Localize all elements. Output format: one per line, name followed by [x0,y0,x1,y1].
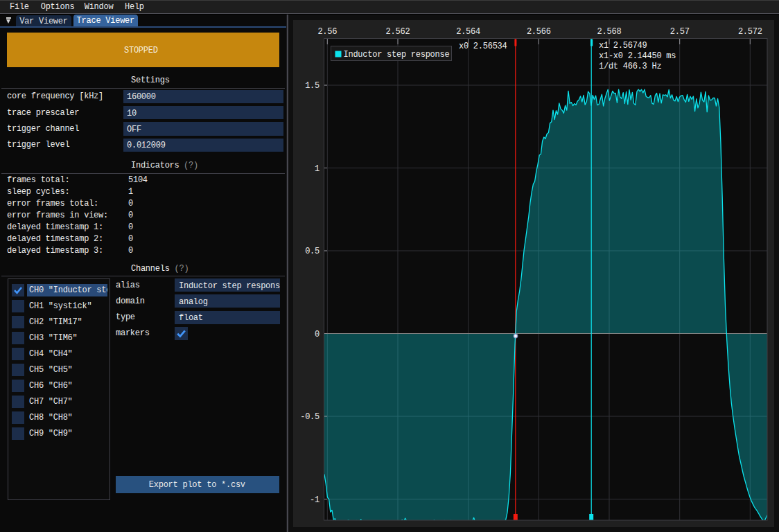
svg-text:1/dt 466.3 Hz: 1/dt 466.3 Hz [599,62,661,71]
svg-text:x0 2.56534: x0 2.56534 [459,42,507,51]
svg-text:2.57: 2.57 [670,27,690,37]
svg-text:x1-x0 2.14450 ms: x1-x0 2.14450 ms [599,51,676,61]
svg-text:0: 0 [315,330,320,339]
svg-text:1: 1 [315,164,320,174]
svg-text:Inductor step response: Inductor step response [344,50,450,60]
svg-text:2.568: 2.568 [597,27,622,37]
svg-text:2.566: 2.566 [527,27,551,37]
svg-text:-1: -1 [310,495,320,505]
svg-text:0.5: 0.5 [305,247,320,256]
svg-text:-0.5: -0.5 [300,412,320,422]
svg-text:2.56: 2.56 [317,27,337,37]
svg-text:x1 2.56749: x1 2.56749 [599,41,647,51]
svg-text:2.572: 2.572 [738,27,762,37]
svg-text:2.564: 2.564 [456,27,480,37]
svg-text:1.5: 1.5 [305,81,320,91]
svg-text:2.562: 2.562 [386,27,410,37]
